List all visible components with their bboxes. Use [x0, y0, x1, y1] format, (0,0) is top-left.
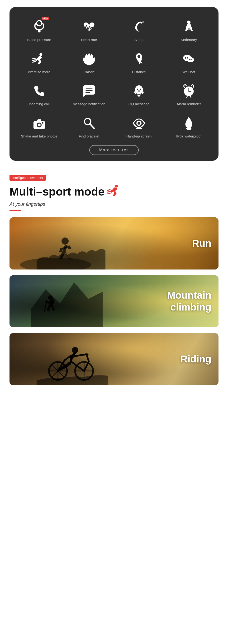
- message-label: message notification: [73, 102, 105, 106]
- sport-title-container: Multi–sport mode: [10, 184, 218, 199]
- svg-line-30: [190, 96, 191, 98]
- sedentary-label: Sedentary: [181, 38, 197, 42]
- svg-rect-49: [51, 299, 54, 304]
- riding-card: Riding: [10, 333, 218, 385]
- more-features-wrap: More features: [14, 145, 214, 155]
- exercise-label: exercise more: [28, 70, 50, 74]
- message-icon: [81, 83, 97, 99]
- feature-heart-rate: Heart rate: [64, 14, 114, 46]
- calorie-label: Calorie: [83, 70, 95, 74]
- alarm-label: Alarm reminder: [177, 102, 201, 106]
- phone-icon: [31, 83, 48, 99]
- svg-line-45: [108, 194, 110, 194]
- sport-section: Intelligent movement Multi–sport mode At…: [0, 168, 228, 398]
- hand-up-label: Hand-up screen: [126, 134, 152, 139]
- svg-line-9: [33, 62, 35, 62]
- svg-point-60: [72, 347, 78, 353]
- run-label: Run: [192, 238, 211, 249]
- heart-rate-label: Heart rate: [81, 38, 97, 42]
- exercise-icon: [31, 51, 48, 67]
- calorie-icon: [81, 51, 97, 67]
- running-icon: [107, 184, 121, 199]
- eye-icon: [131, 115, 147, 132]
- svg-line-36: [90, 124, 94, 128]
- waterproof-label: IP67 waterproof: [176, 134, 201, 139]
- find-icon: [81, 115, 97, 132]
- stethoscope-icon: NEW: [31, 18, 48, 35]
- svg-point-10: [138, 55, 140, 58]
- feature-wechat: WeChat: [164, 46, 214, 79]
- sleep-label: Sleep: [135, 38, 144, 42]
- svg-point-16: [189, 59, 190, 60]
- sport-subtitle: At your fingertips: [10, 202, 218, 207]
- svg-text:z: z: [143, 20, 144, 23]
- svg-point-5: [187, 20, 190, 24]
- qq-label: QQ message: [129, 102, 149, 106]
- svg-point-0: [37, 20, 42, 26]
- svg-point-47: [62, 238, 69, 244]
- feature-find-bracelet: Find bracelet: [64, 111, 114, 143]
- feature-blood-pressure: NEW Blood pressure: [14, 14, 64, 46]
- feature-waterproof: IP67 waterproof: [164, 111, 214, 143]
- svg-point-38: [138, 122, 140, 125]
- svg-point-24: [138, 90, 140, 92]
- features-card: NEW Blood pressure Heart rate z z Sleep: [10, 7, 218, 161]
- more-features-button[interactable]: More features: [89, 145, 139, 155]
- alarm-icon: [180, 83, 197, 99]
- feature-sleep: z z Sleep: [114, 14, 164, 46]
- feature-message: message notification: [64, 78, 114, 111]
- shake-photo-label: Shake and take photos: [21, 134, 57, 139]
- feature-sedentary: Sedentary: [164, 14, 214, 46]
- incoming-call-label: incoming call: [29, 102, 50, 106]
- mountain-climbing-card: Mountainclimbing: [10, 275, 218, 327]
- wechat-label: WeChat: [182, 70, 195, 74]
- svg-line-29: [187, 96, 187, 98]
- svg-line-7: [33, 58, 35, 58]
- riding-label: Riding: [180, 353, 211, 365]
- feature-qq: QQ message: [114, 78, 164, 111]
- svg-point-33: [38, 124, 41, 126]
- sedentary-icon: [180, 18, 197, 35]
- svg-point-6: [39, 53, 42, 56]
- feature-hand-up: Hand-up screen: [114, 111, 164, 143]
- svg-point-23: [140, 89, 141, 90]
- feature-incoming-call: incoming call: [14, 78, 64, 111]
- run-card: Run: [10, 217, 218, 270]
- svg-line-43: [108, 190, 110, 190]
- svg-point-17: [190, 59, 192, 60]
- drop-icon: [180, 115, 197, 132]
- feature-calorie: Calorie: [64, 46, 114, 79]
- feature-shake-photo: Shake and take photos: [14, 111, 64, 143]
- features-grid: NEW Blood pressure Heart rate z z Sleep: [14, 14, 214, 143]
- svg-point-42: [115, 185, 118, 188]
- qq-icon: [131, 83, 147, 99]
- distance-label: Distance: [132, 70, 146, 74]
- mountain-climbing-label: Mountainclimbing: [167, 290, 211, 313]
- svg-point-11: [140, 59, 142, 60]
- new-badge: NEW: [42, 17, 49, 20]
- feature-alarm: Alarm reminder: [164, 78, 214, 111]
- svg-line-44: [108, 192, 110, 192]
- svg-point-15: [187, 57, 194, 62]
- camera-icon: [31, 115, 48, 132]
- wechat-icon: [180, 51, 197, 67]
- svg-point-13: [185, 57, 186, 58]
- sport-divider: [10, 210, 21, 211]
- blood-pressure-label: Blood pressure: [27, 38, 51, 42]
- feature-distance: Distance: [114, 46, 164, 79]
- svg-point-22: [137, 89, 138, 90]
- svg-point-21: [135, 85, 143, 94]
- intelligent-badge: Intelligent movement: [10, 175, 46, 180]
- sport-title-text: Multi–sport mode: [10, 185, 104, 198]
- feature-exercise: exercise more: [14, 46, 64, 79]
- svg-point-34: [42, 122, 43, 124]
- find-bracelet-label: Find bracelet: [79, 134, 99, 139]
- distance-icon: [131, 51, 147, 67]
- svg-line-8: [33, 60, 35, 60]
- heart-rate-icon: [81, 18, 97, 35]
- sleep-icon: z z: [131, 18, 147, 35]
